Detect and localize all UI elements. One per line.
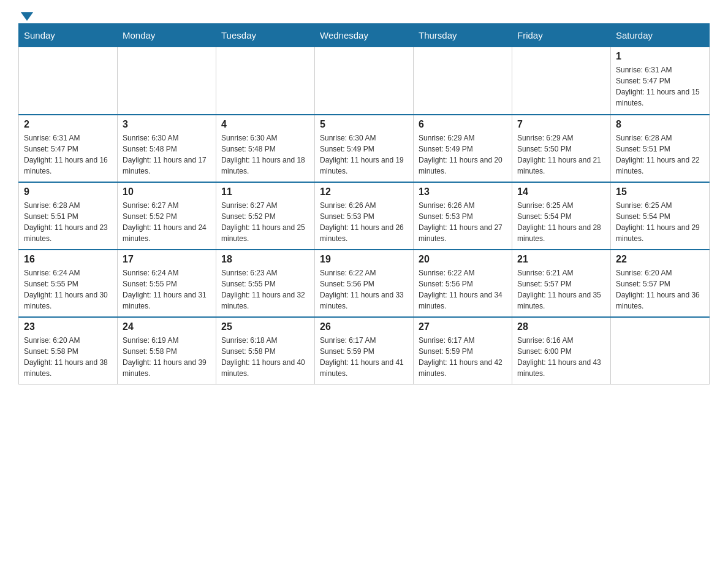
- day-info: Sunrise: 6:24 AMSunset: 5:55 PMDaylight:…: [24, 267, 112, 312]
- day-number: 17: [123, 254, 211, 265]
- day-number: 21: [517, 254, 605, 265]
- day-of-week-header: Friday: [512, 24, 611, 47]
- day-number: 2: [24, 119, 112, 130]
- calendar-header-row: SundayMondayTuesdayWednesdayThursdayFrid…: [19, 24, 710, 47]
- day-number: 12: [320, 186, 408, 197]
- calendar-week-row: 16Sunrise: 6:24 AMSunset: 5:55 PMDayligh…: [19, 250, 710, 317]
- calendar-cell: 8Sunrise: 6:28 AMSunset: 5:51 PMDaylight…: [611, 115, 710, 182]
- calendar-cell: 11Sunrise: 6:27 AMSunset: 5:52 PMDayligh…: [216, 182, 315, 250]
- calendar-week-row: 23Sunrise: 6:20 AMSunset: 5:58 PMDayligh…: [19, 317, 710, 385]
- calendar-cell: 19Sunrise: 6:22 AMSunset: 5:56 PMDayligh…: [315, 250, 414, 317]
- day-number: 23: [24, 321, 112, 332]
- day-number: 22: [616, 254, 704, 265]
- day-info: Sunrise: 6:24 AMSunset: 5:55 PMDaylight:…: [123, 267, 211, 312]
- calendar-cell: [118, 47, 216, 115]
- day-number: 19: [320, 254, 408, 265]
- calendar-cell: 17Sunrise: 6:24 AMSunset: 5:55 PMDayligh…: [118, 250, 216, 317]
- day-number: 5: [320, 119, 408, 130]
- day-info: Sunrise: 6:30 AMSunset: 5:48 PMDaylight:…: [221, 132, 309, 177]
- day-number: 10: [123, 186, 211, 197]
- calendar-week-row: 2Sunrise: 6:31 AMSunset: 5:47 PMDaylight…: [19, 115, 710, 182]
- calendar-cell: 12Sunrise: 6:26 AMSunset: 5:53 PMDayligh…: [315, 182, 414, 250]
- calendar-cell: [19, 47, 118, 115]
- calendar-cell: 27Sunrise: 6:17 AMSunset: 5:59 PMDayligh…: [414, 317, 512, 385]
- calendar-week-row: 9Sunrise: 6:28 AMSunset: 5:51 PMDaylight…: [19, 182, 710, 250]
- day-info: Sunrise: 6:18 AMSunset: 5:58 PMDaylight:…: [221, 335, 309, 379]
- calendar-cell: [315, 47, 414, 115]
- calendar-cell: 21Sunrise: 6:21 AMSunset: 5:57 PMDayligh…: [512, 250, 611, 317]
- day-info: Sunrise: 6:25 AMSunset: 5:54 PMDaylight:…: [616, 200, 704, 244]
- calendar-cell: [611, 317, 710, 385]
- calendar-cell: 25Sunrise: 6:18 AMSunset: 5:58 PMDayligh…: [216, 317, 315, 385]
- day-info: Sunrise: 6:27 AMSunset: 5:52 PMDaylight:…: [221, 200, 309, 244]
- calendar-week-row: 1Sunrise: 6:31 AMSunset: 5:47 PMDaylight…: [19, 47, 710, 115]
- day-of-week-header: Saturday: [611, 24, 710, 47]
- day-number: 26: [320, 321, 408, 332]
- day-number: 24: [123, 321, 211, 332]
- day-number: 27: [419, 321, 507, 332]
- calendar-cell: 26Sunrise: 6:17 AMSunset: 5:59 PMDayligh…: [315, 317, 414, 385]
- day-info: Sunrise: 6:22 AMSunset: 5:56 PMDaylight:…: [320, 267, 408, 312]
- calendar-cell: 7Sunrise: 6:29 AMSunset: 5:50 PMDaylight…: [512, 115, 611, 182]
- day-number: 14: [517, 186, 605, 197]
- day-info: Sunrise: 6:17 AMSunset: 5:59 PMDaylight:…: [419, 335, 507, 379]
- calendar-cell: 23Sunrise: 6:20 AMSunset: 5:58 PMDayligh…: [19, 317, 118, 385]
- calendar-cell: 18Sunrise: 6:23 AMSunset: 5:55 PMDayligh…: [216, 250, 315, 317]
- day-number: 4: [221, 119, 309, 130]
- day-info: Sunrise: 6:28 AMSunset: 5:51 PMDaylight:…: [616, 132, 704, 177]
- logo: [18, 12, 33, 17]
- calendar-table: SundayMondayTuesdayWednesdayThursdayFrid…: [18, 23, 710, 385]
- day-of-week-header: Wednesday: [315, 24, 414, 47]
- calendar-cell: 3Sunrise: 6:30 AMSunset: 5:48 PMDaylight…: [118, 115, 216, 182]
- day-of-week-header: Tuesday: [216, 24, 315, 47]
- calendar-cell: 2Sunrise: 6:31 AMSunset: 5:47 PMDaylight…: [19, 115, 118, 182]
- day-info: Sunrise: 6:26 AMSunset: 5:53 PMDaylight:…: [419, 200, 507, 244]
- calendar-cell: 10Sunrise: 6:27 AMSunset: 5:52 PMDayligh…: [118, 182, 216, 250]
- day-of-week-header: Monday: [118, 24, 216, 47]
- logo-arrow-icon: [21, 12, 33, 21]
- calendar-cell: 14Sunrise: 6:25 AMSunset: 5:54 PMDayligh…: [512, 182, 611, 250]
- day-info: Sunrise: 6:17 AMSunset: 5:59 PMDaylight:…: [320, 335, 408, 379]
- calendar-cell: 4Sunrise: 6:30 AMSunset: 5:48 PMDaylight…: [216, 115, 315, 182]
- calendar-cell: 6Sunrise: 6:29 AMSunset: 5:49 PMDaylight…: [414, 115, 512, 182]
- day-info: Sunrise: 6:19 AMSunset: 5:58 PMDaylight:…: [123, 335, 211, 379]
- day-info: Sunrise: 6:20 AMSunset: 5:57 PMDaylight:…: [616, 267, 704, 312]
- day-of-week-header: Sunday: [19, 24, 118, 47]
- calendar-cell: [512, 47, 611, 115]
- day-info: Sunrise: 6:30 AMSunset: 5:48 PMDaylight:…: [123, 132, 211, 177]
- day-info: Sunrise: 6:28 AMSunset: 5:51 PMDaylight:…: [24, 200, 112, 244]
- day-number: 1: [616, 51, 704, 62]
- calendar-cell: 1Sunrise: 6:31 AMSunset: 5:47 PMDaylight…: [611, 47, 710, 115]
- page-header: [18, 12, 710, 17]
- day-info: Sunrise: 6:31 AMSunset: 5:47 PMDaylight:…: [24, 132, 112, 177]
- day-info: Sunrise: 6:20 AMSunset: 5:58 PMDaylight:…: [24, 335, 112, 379]
- logo-text: [18, 12, 33, 20]
- calendar-cell: 13Sunrise: 6:26 AMSunset: 5:53 PMDayligh…: [414, 182, 512, 250]
- day-number: 3: [123, 119, 211, 130]
- day-number: 15: [616, 186, 704, 197]
- day-info: Sunrise: 6:31 AMSunset: 5:47 PMDaylight:…: [616, 64, 704, 109]
- day-info: Sunrise: 6:26 AMSunset: 5:53 PMDaylight:…: [320, 200, 408, 244]
- day-info: Sunrise: 6:29 AMSunset: 5:50 PMDaylight:…: [517, 132, 605, 177]
- day-number: 11: [221, 186, 309, 197]
- day-number: 6: [419, 119, 507, 130]
- day-number: 7: [517, 119, 605, 130]
- day-info: Sunrise: 6:29 AMSunset: 5:49 PMDaylight:…: [419, 132, 507, 177]
- day-number: 28: [517, 321, 605, 332]
- day-info: Sunrise: 6:21 AMSunset: 5:57 PMDaylight:…: [517, 267, 605, 312]
- day-number: 9: [24, 186, 112, 197]
- day-number: 25: [221, 321, 309, 332]
- day-number: 18: [221, 254, 309, 265]
- day-info: Sunrise: 6:23 AMSunset: 5:55 PMDaylight:…: [221, 267, 309, 312]
- calendar-cell: 24Sunrise: 6:19 AMSunset: 5:58 PMDayligh…: [118, 317, 216, 385]
- calendar-cell: [216, 47, 315, 115]
- calendar-cell: 15Sunrise: 6:25 AMSunset: 5:54 PMDayligh…: [611, 182, 710, 250]
- day-info: Sunrise: 6:16 AMSunset: 6:00 PMDaylight:…: [517, 335, 605, 379]
- day-info: Sunrise: 6:22 AMSunset: 5:56 PMDaylight:…: [419, 267, 507, 312]
- day-of-week-header: Thursday: [414, 24, 512, 47]
- day-number: 8: [616, 119, 704, 130]
- day-number: 16: [24, 254, 112, 265]
- calendar-cell: [414, 47, 512, 115]
- day-number: 13: [419, 186, 507, 197]
- calendar-cell: 20Sunrise: 6:22 AMSunset: 5:56 PMDayligh…: [414, 250, 512, 317]
